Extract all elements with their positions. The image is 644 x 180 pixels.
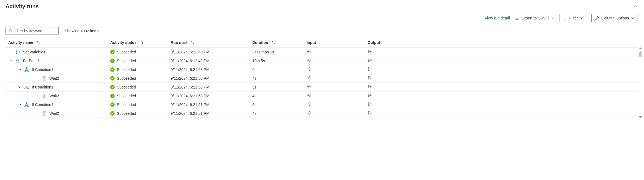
divider: [548, 16, 549, 20]
chevron-down-icon: [631, 17, 634, 19]
svg-rect-8: [26, 67, 27, 68]
output-icon[interactable]: [368, 49, 372, 54]
input-icon[interactable]: [307, 111, 311, 115]
col-input: Input: [307, 40, 368, 45]
duration: 4s: [252, 94, 307, 98]
filter-icon: [563, 16, 567, 20]
duration: 6s: [252, 67, 307, 72]
success-icon: [110, 50, 115, 54]
table-row[interactable]: If Condition1Succeeded9/11/2024, 6:21:51…: [5, 100, 639, 109]
success-icon: [110, 94, 115, 98]
status-text: Succeeded: [117, 67, 136, 72]
sort-icon[interactable]: [140, 41, 144, 44]
output-icon[interactable]: [368, 84, 372, 89]
svg-rect-10: [27, 71, 29, 72]
if-activity-icon: [24, 85, 29, 90]
filter-button[interactable]: Filter: [560, 14, 586, 22]
col-activity-status[interactable]: Activity status: [110, 40, 171, 45]
wait-activity-icon: [42, 76, 47, 81]
duration: Less than 1s: [252, 50, 307, 54]
svg-rect-14: [27, 88, 29, 89]
output-icon[interactable]: [368, 67, 372, 71]
svg-rect-18: [27, 106, 29, 107]
output-icon[interactable]: [368, 111, 372, 115]
table-row[interactable]: xSet variable1Succeeded9/11/2024, 6:12:4…: [5, 48, 639, 56]
col-run-start[interactable]: Run start: [171, 40, 252, 45]
scroll-thumb[interactable]: [639, 51, 642, 57]
view-run-detail-link[interactable]: View run detail: [485, 16, 510, 20]
col-activity-name[interactable]: Activity name: [8, 40, 110, 45]
success-icon: [110, 67, 115, 72]
output-icon[interactable]: [368, 58, 372, 62]
success-icon: [110, 85, 115, 89]
wrench-icon: [595, 16, 599, 20]
status-text: Succeeded: [117, 102, 136, 107]
sort-icon[interactable]: [36, 41, 40, 44]
column-options-button[interactable]: Column Options: [591, 14, 637, 22]
table-row[interactable]: If Condition1Succeeded9/11/2024, 6:21:58…: [5, 65, 639, 74]
wait-activity-icon: [42, 93, 47, 98]
table-row[interactable]: Wait2Succeeded9/11/2024, 6:21:51 PM4s: [5, 109, 639, 118]
filter-label: Filter: [569, 16, 578, 20]
output-icon[interactable]: [368, 102, 372, 106]
items-count: Showing 4002 items: [65, 29, 99, 33]
col-start-label: Run start: [171, 40, 187, 45]
wait-activity-icon: [42, 111, 47, 116]
duration: 4s: [252, 111, 307, 116]
input-icon[interactable]: [307, 93, 311, 98]
table-row[interactable]: Wait2Succeeded9/11/2024, 6:21:53 PM4s: [5, 92, 639, 100]
run-start: 9/11/2024, 6:21:51 PM: [171, 111, 252, 116]
search-icon: [9, 29, 12, 33]
col-duration-label: Duration: [252, 40, 268, 45]
run-start: 9/11/2024, 6:21:53 PM: [171, 85, 252, 89]
success-icon: [110, 76, 115, 81]
sort-icon[interactable]: [272, 41, 275, 44]
expander-icon[interactable]: [17, 103, 22, 106]
expander-icon[interactable]: [8, 59, 14, 62]
svg-rect-12: [26, 85, 27, 86]
output-icon[interactable]: [368, 76, 372, 80]
input-icon[interactable]: [307, 76, 311, 80]
export-csv-button[interactable]: Export to CSV: [521, 16, 546, 20]
scroll-up-icon[interactable]: [639, 47, 642, 49]
svg-rect-9: [25, 71, 26, 72]
expander-icon[interactable]: [17, 68, 22, 71]
status-text: Succeeded: [117, 85, 136, 89]
svg-rect-7: [18, 62, 19, 63]
output-icon[interactable]: [368, 93, 372, 98]
table-row[interactable]: ForEach1Succeeded9/11/2024, 6:12:49 PM10…: [5, 56, 639, 65]
run-start: 9/11/2024, 6:12:48 PM: [171, 50, 252, 54]
export-dropdown-icon[interactable]: [551, 16, 555, 20]
run-start: 9/11/2024, 6:21:53 PM: [171, 94, 252, 98]
run-start: 9/11/2024, 6:21:51 PM: [171, 102, 252, 107]
svg-text:x: x: [17, 51, 18, 53]
input-icon[interactable]: [307, 102, 311, 106]
svg-rect-15: [26, 86, 27, 88]
svg-rect-6: [18, 60, 19, 61]
duration: 5s: [252, 102, 307, 107]
svg-rect-4: [16, 62, 17, 63]
col-duration[interactable]: Duration: [252, 40, 307, 45]
input-icon[interactable]: [307, 84, 311, 89]
input-icon[interactable]: [307, 58, 311, 62]
scrollbar[interactable]: [639, 47, 642, 118]
filter-keyword-field[interactable]: [5, 27, 59, 35]
svg-rect-11: [26, 68, 27, 70]
input-icon[interactable]: [307, 49, 311, 54]
scroll-down-icon[interactable]: [639, 116, 642, 118]
table-row[interactable]: If Condition1Succeeded9/11/2024, 6:21:53…: [5, 83, 639, 92]
collapse-panel-icon[interactable]: [632, 4, 639, 10]
filter-keyword-input[interactable]: [15, 29, 56, 33]
sort-icon[interactable]: [191, 41, 194, 44]
activity-name: Wait2: [49, 111, 59, 116]
download-icon[interactable]: [515, 16, 519, 20]
success-icon: [110, 59, 115, 63]
col-input-label: Input: [307, 40, 316, 45]
activity-name: ForEach1: [23, 59, 40, 63]
run-start: 9/11/2024, 6:12:49 PM: [171, 59, 252, 63]
input-icon[interactable]: [307, 67, 311, 71]
svg-rect-17: [25, 106, 26, 107]
table-row[interactable]: Wait2Succeeded9/11/2024, 6:21:58 PM4s: [5, 74, 639, 83]
col-activity-label: Activity name: [8, 40, 33, 45]
expander-icon[interactable]: [17, 85, 22, 89]
